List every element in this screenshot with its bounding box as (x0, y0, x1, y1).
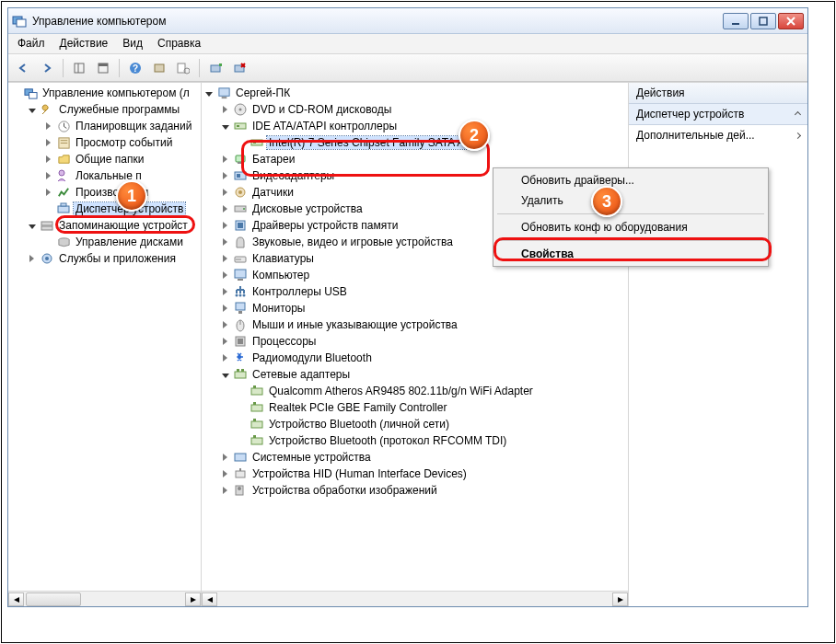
mid-scrollbar-h[interactable]: ◂ ▸ (202, 591, 628, 606)
shared-folders-node[interactable]: Общие папки (41, 151, 201, 167)
actions-selected[interactable]: Диспетчер устройств (629, 104, 807, 125)
device-category-node[interactable]: IDE ATA/ATAPI контроллеры (218, 118, 628, 134)
collapse-icon[interactable] (27, 221, 37, 231)
scroll-left-button[interactable]: ◂ (8, 592, 24, 606)
expand-icon[interactable] (43, 138, 53, 148)
actions-more[interactable]: Дополнительные дей... (629, 125, 807, 145)
ctx-update-driver[interactable]: Обновить драйверы... (495, 170, 766, 190)
expand-icon[interactable] (43, 188, 53, 198)
device-manager-icon (56, 201, 71, 216)
uninstall-button[interactable] (228, 57, 250, 79)
show-hide-button[interactable] (68, 57, 90, 79)
expand-icon[interactable] (220, 320, 230, 330)
device-item-node[interactable]: Realtek PCIe GBE Family Controller (235, 399, 628, 416)
tree-root[interactable]: Управление компьютером (л (8, 85, 201, 101)
device-category-node[interactable]: Мониторы (218, 300, 628, 316)
device-category-node[interactable]: Системные устройства (218, 449, 628, 466)
svg-point-60 (243, 294, 246, 297)
back-button[interactable] (12, 57, 34, 79)
expand-icon[interactable] (220, 287, 230, 297)
expand-icon[interactable] (220, 337, 230, 347)
expand-icon[interactable] (220, 155, 230, 165)
expand-icon[interactable] (220, 254, 230, 264)
minimize-button[interactable] (723, 13, 749, 29)
system-tools-node[interactable]: Служебные программы (25, 101, 201, 118)
device-category-node[interactable]: Радиомодули Bluetooth (218, 350, 628, 366)
scroll-right-button[interactable]: ▸ (185, 592, 201, 606)
svg-point-26 (59, 170, 64, 176)
console-tree-pane[interactable]: Управление компьютером (л Служебные прог… (8, 83, 202, 606)
device-category-node[interactable]: Сетевые адаптеры (218, 366, 628, 383)
expand-icon[interactable] (220, 353, 230, 363)
svg-rect-79 (236, 471, 245, 477)
menu-view[interactable]: Вид (115, 34, 150, 53)
expand-icon[interactable] (220, 453, 230, 463)
scan-hardware-button[interactable] (204, 57, 226, 79)
disk-mgmt-node[interactable]: Управление дисками (41, 234, 201, 250)
device-item-node[interactable]: Qualcomm Atheros AR9485 802.11b/g/n WiFi… (235, 383, 628, 399)
maximize-button[interactable] (750, 13, 776, 29)
pc-root-node[interactable]: Сергей-ПК (202, 85, 628, 101)
titlebar[interactable]: Управление компьютером (8, 8, 807, 34)
svg-rect-70 (251, 388, 262, 395)
device-item-node[interactable]: Intel(R) 7 Series Chipset Family SATA A (235, 134, 628, 151)
collapse-icon[interactable] (220, 121, 230, 132)
content-area: Управление компьютером (л Служебные прог… (8, 82, 807, 606)
device-category-node[interactable]: Устройства обработки изображений (218, 482, 628, 499)
device-category-icon (233, 334, 248, 349)
storage-node[interactable]: Запоминающие устройст (25, 217, 201, 234)
collapse-icon[interactable] (220, 370, 230, 380)
device-category-node[interactable]: Процессоры (218, 333, 628, 350)
task-scheduler-node[interactable]: Планировщик заданий (41, 118, 201, 134)
device-tree-pane[interactable]: Сергей-ПК DVD и CD-ROM дисководы IDE ATA… (202, 83, 629, 606)
help-button[interactable]: ? (124, 57, 146, 79)
ctx-properties[interactable]: Свойства (495, 244, 766, 264)
expand-icon[interactable] (220, 469, 230, 479)
device-category-node[interactable]: Мыши и иные указывающие устройства (218, 316, 628, 333)
device-category-label: Системные устройства (250, 451, 373, 464)
expand-icon[interactable] (220, 237, 230, 247)
services-apps-node[interactable]: Службы и приложения (25, 250, 201, 267)
properties-toolbar-button[interactable] (92, 57, 114, 79)
forward-button[interactable] (36, 57, 58, 79)
device-category-node[interactable]: Батареи (218, 151, 628, 167)
expand-icon[interactable] (220, 270, 230, 281)
expand-icon[interactable] (220, 304, 230, 314)
svg-rect-3 (760, 17, 767, 25)
expand-icon[interactable] (43, 121, 53, 132)
collapse-icon[interactable] (27, 105, 37, 115)
device-category-node[interactable]: Устройства HID (Human Interface Devices) (218, 466, 628, 482)
device-item-node[interactable]: Устройство Bluetooth (протокол RFCOMM TD… (235, 432, 628, 449)
tb-icon2[interactable] (172, 57, 194, 79)
device-category-node[interactable]: Контроллеры USB (218, 283, 628, 300)
close-button[interactable] (778, 13, 804, 29)
device-category-node[interactable]: DVD и CD-ROM дисководы (218, 101, 628, 118)
expand-icon[interactable] (220, 188, 230, 198)
menu-help[interactable]: Справка (150, 34, 208, 53)
svg-point-82 (238, 487, 241, 490)
left-scrollbar-h[interactable]: ◂ ▸ (8, 591, 201, 606)
expand-icon[interactable] (43, 155, 53, 165)
expand-icon[interactable] (220, 204, 230, 214)
expand-icon[interactable] (220, 105, 230, 115)
tree-root-label: Управление компьютером (л (41, 86, 192, 99)
device-item-node[interactable]: Устройство Bluetooth (личной сети) (235, 416, 628, 432)
device-item-label: Qualcomm Atheros AR9485 802.11b/g/n WiFi… (267, 385, 535, 397)
scroll-thumb[interactable] (26, 592, 81, 606)
ctx-delete[interactable]: Удалить (495, 190, 766, 211)
collapse-icon[interactable] (203, 88, 214, 98)
local-users-node[interactable]: Локальные п (41, 167, 201, 184)
tb-icon[interactable] (148, 57, 170, 79)
scroll-right-button[interactable]: ▸ (612, 592, 628, 606)
expand-icon[interactable] (220, 171, 230, 181)
menu-action[interactable]: Действие (52, 34, 116, 53)
expand-icon[interactable] (43, 171, 53, 181)
event-viewer-node[interactable]: Просмотр событий (41, 134, 201, 151)
scroll-left-button[interactable]: ◂ (202, 592, 217, 606)
expand-icon[interactable] (220, 221, 230, 231)
expand-icon[interactable] (220, 486, 230, 496)
device-category-node[interactable]: Компьютер (218, 267, 628, 283)
ctx-scan-hardware[interactable]: Обновить конф ю оборудования (495, 217, 766, 237)
expand-icon[interactable] (27, 254, 37, 264)
menu-file[interactable]: Файл (10, 34, 52, 53)
